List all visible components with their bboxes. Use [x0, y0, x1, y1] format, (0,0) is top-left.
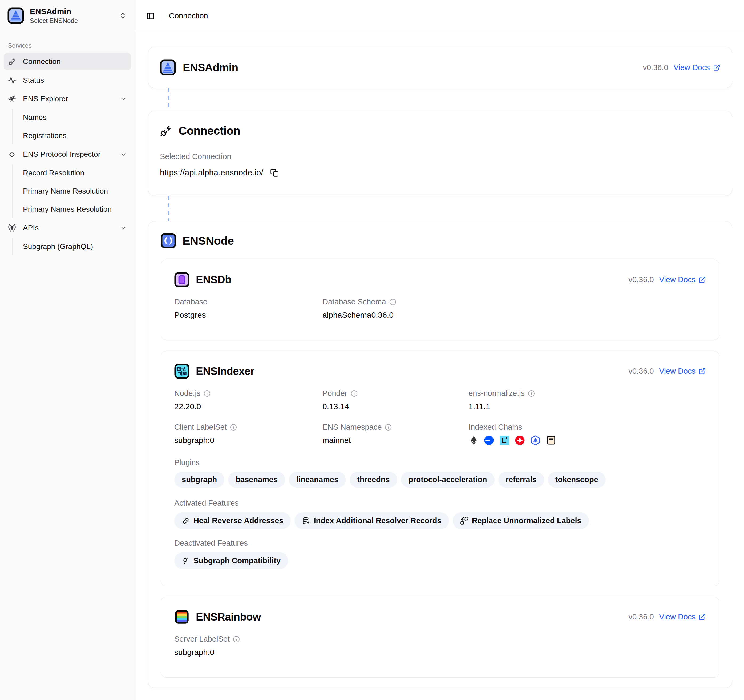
view-docs-link[interactable]: View Docs — [659, 612, 706, 621]
chevron-down-icon — [120, 225, 127, 231]
sidebar-item-label: Names — [23, 113, 47, 122]
version-badge: v0.36.0 — [628, 367, 654, 375]
sidebar-item-status[interactable]: Status — [4, 72, 131, 89]
field-value: alphaSchema0.36.0 — [323, 311, 469, 320]
sidebar-sub-protocol-inspector: Record Resolution Primary Name Resolutio… — [12, 164, 131, 218]
external-link-icon — [699, 368, 706, 375]
ensdb-logo-icon — [174, 272, 189, 287]
feature-badge: Index Additional Resolver Records — [295, 512, 449, 529]
sidebar-nav: Connection Status ENS Explorer Names R — [4, 53, 131, 255]
connection-card: Connection Selected Connection https://a… — [148, 111, 732, 196]
version-badge: v0.36.0 — [643, 63, 668, 72]
diamond-icon — [8, 150, 16, 158]
ensindexer-card: ENSIndexer v0.36.0 View Docs — [161, 351, 719, 586]
ensadmin-logo-icon — [160, 60, 176, 76]
connection-card-title: Connection — [179, 124, 240, 137]
field-label: Indexed Chains — [469, 423, 522, 432]
sidebar-item-ens-explorer[interactable]: ENS Explorer — [4, 90, 131, 107]
ensindexer-card-title: ENSIndexer — [196, 365, 254, 377]
field-ens-normalize: ens-normalize.js 1.11.1 — [469, 389, 706, 411]
field-label: ENS Namespace — [323, 423, 382, 432]
sidebar-item-primary-names-resolution[interactable]: Primary Names Resolution — [19, 201, 131, 218]
replace-icon — [460, 517, 468, 525]
info-icon[interactable] — [389, 299, 396, 305]
plug-zap-icon — [160, 125, 172, 137]
field-value: 0.13.14 — [323, 402, 469, 411]
ethereum-icon — [469, 435, 479, 446]
field-client-labelset: Client LabelSet subgraph:0 — [174, 423, 323, 446]
sidebar-sub-ens-explorer: Names Registrations — [12, 109, 131, 144]
sidebar-item-registrations[interactable]: Registrations — [19, 127, 131, 144]
breadcrumb: Connection — [169, 12, 208, 20]
field-database: Database Postgres — [174, 298, 323, 320]
field-label: ens-normalize.js — [469, 389, 525, 398]
version-badge: v0.36.0 — [628, 276, 654, 284]
copy-icon[interactable] — [270, 168, 279, 177]
field-label: Client LabelSet — [174, 423, 227, 432]
selected-connection-label: Selected Connection — [160, 152, 720, 161]
info-icon[interactable] — [204, 390, 211, 397]
sidebar-item-connection[interactable]: Connection — [4, 53, 131, 70]
view-docs-label: View Docs — [659, 367, 695, 375]
app-subtitle: Select ENSNode — [30, 17, 78, 25]
field-label: Server LabelSet — [174, 635, 230, 643]
view-docs-label: View Docs — [659, 276, 695, 284]
plugins-row: subgraph basenames lineanames threedns p… — [174, 472, 706, 487]
version-badge: v0.36.0 — [628, 612, 654, 621]
field-value: subgraph:0 — [174, 436, 323, 445]
feature-badge: Replace Unnormalized Labels — [453, 512, 589, 529]
sidebar-item-apis[interactable]: APIs — [4, 219, 131, 237]
sidebar-item-label: ENS Explorer — [23, 95, 68, 103]
sidebar-item-label: Record Resolution — [23, 169, 84, 177]
activated-features-row: Heal Reverse Addresses Index Additional … — [174, 512, 706, 529]
sidebar-section-services: Services — [4, 42, 131, 49]
ensrainbow-card-title: ENSRainbow — [196, 611, 261, 623]
database-plus-icon — [302, 517, 310, 525]
scroll-icon — [545, 435, 557, 446]
sidebar-item-ens-protocol-inspector[interactable]: ENS Protocol Inspector — [4, 146, 131, 163]
ensnode-logo-icon — [161, 233, 176, 249]
activated-features-label: Activated Features — [174, 499, 706, 508]
ensrainbow-logo-icon — [174, 609, 189, 624]
arbitrum-icon — [530, 435, 541, 446]
ensnode-selector[interactable]: ENSAdmin Select ENSNode — [4, 0, 131, 30]
sidebar-item-names[interactable]: Names — [19, 109, 131, 126]
info-icon[interactable] — [233, 636, 240, 643]
sidebar-item-subgraph-graphql[interactable]: Subgraph (GraphQL) — [19, 238, 131, 255]
ensadmin-card-title: ENSAdmin — [183, 61, 238, 74]
sidebar: ENSAdmin Select ENSNode Services Connect… — [0, 0, 135, 700]
field-value: 1.11.1 — [469, 402, 706, 411]
connector-dashed-line — [168, 88, 170, 111]
sidebar-item-label: Subgraph (GraphQL) — [23, 242, 93, 251]
page-content: ENSAdmin v0.36.0 View Docs Connection — [135, 32, 744, 700]
field-nodejs: Node.js 22.20.0 — [174, 389, 323, 411]
info-icon[interactable] — [528, 390, 535, 397]
info-icon[interactable] — [385, 424, 392, 431]
external-link-icon — [699, 276, 706, 283]
view-docs-link[interactable]: View Docs — [659, 367, 706, 375]
sidebar-item-label: Primary Names Resolution — [23, 205, 112, 213]
field-label: Database Schema — [323, 298, 386, 306]
field-value: 22.20.0 — [174, 402, 323, 411]
info-icon[interactable] — [230, 424, 237, 431]
feature-label: Heal Reverse Addresses — [193, 516, 283, 525]
feature-label: Replace Unnormalized Labels — [472, 516, 582, 525]
sidebar-item-primary-name-resolution[interactable]: Primary Name Resolution — [19, 183, 131, 200]
view-docs-link[interactable]: View Docs — [674, 63, 720, 72]
field-ens-namespace: ENS Namespace mainnet — [323, 423, 469, 446]
sidebar-item-label: Connection — [23, 57, 61, 66]
sidebar-toggle-icon[interactable] — [146, 12, 155, 20]
field-database-schema: Database Schema alphaSchema0.36.0 — [323, 298, 469, 320]
view-docs-label: View Docs — [659, 612, 695, 621]
sidebar-item-record-resolution[interactable]: Record Resolution — [19, 164, 131, 182]
plugin-badge: tokenscope — [548, 472, 606, 487]
field-label: Database — [174, 298, 207, 306]
sidebar-item-label: Primary Name Resolution — [23, 187, 108, 195]
info-icon[interactable] — [351, 390, 358, 397]
chevron-down-icon — [120, 151, 127, 158]
plugin-badge: threedns — [350, 472, 397, 487]
ensdb-card-title: ENSDb — [196, 274, 231, 286]
view-docs-link[interactable]: View Docs — [659, 276, 706, 284]
radio-tower-icon — [8, 224, 16, 232]
ensindexer-logo-icon — [174, 363, 189, 379]
